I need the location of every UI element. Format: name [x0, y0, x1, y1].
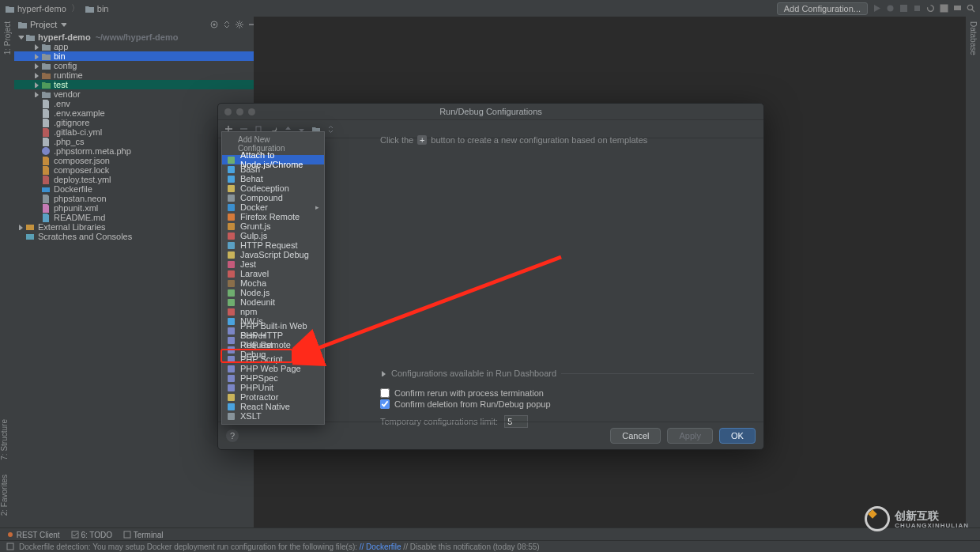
modal-backdrop: Run/Debug Configurations Click the + but…: [0, 0, 980, 552]
confirm-delete-checkbox[interactable]: [380, 399, 390, 409]
popup-item[interactable]: Nodeunit: [222, 297, 324, 307]
confirm-rerun-checkbox[interactable]: [380, 388, 390, 398]
window-zoom-icon[interactable]: [248, 108, 255, 115]
svg-rect-47: [7, 543, 13, 550]
config-type-icon: [227, 298, 236, 307]
popup-item[interactable]: PHPUnit: [222, 383, 324, 392]
watermark: 创新互联 CHUANGXINHULIAN: [865, 506, 969, 531]
popup-item[interactable]: Jest: [222, 259, 324, 269]
status-link[interactable]: // Dockerfile: [360, 543, 401, 551]
popup-item[interactable]: Mocha: [222, 278, 324, 288]
config-type-icon: [227, 184, 236, 193]
popup-item[interactable]: PHP Web Page: [222, 364, 324, 373]
plus-badge-icon: +: [417, 135, 427, 145]
config-type-icon: [227, 194, 236, 202]
terminal-tab[interactable]: Terminal: [123, 531, 163, 539]
config-type-icon: [227, 412, 236, 421]
bottom-toolbar: REST Client 6: TODO Terminal: [0, 527, 980, 541]
watermark-logo-icon: [865, 506, 890, 531]
popup-item[interactable]: npm: [222, 307, 324, 316]
window-close-icon[interactable]: [224, 108, 232, 115]
confirm-delete-label: Confirm deletion from Run/Debug popup: [394, 399, 551, 409]
popup-item-label: XSLT: [240, 411, 262, 421]
popup-item-label: npm: [240, 307, 257, 316]
popup-item-label: PHP Script: [240, 354, 283, 364]
popup-item-label: PHP Web Page: [240, 364, 301, 373]
popup-item-label: Compound: [240, 193, 283, 202]
popup-item-label: Firefox Remote: [240, 212, 300, 221]
config-type-icon: [227, 365, 236, 373]
popup-item[interactable]: JavaScript Debug: [222, 250, 324, 259]
popup-item[interactable]: Docker▸: [222, 202, 324, 212]
apply-button[interactable]: Apply: [667, 428, 713, 444]
confirm-rerun-row[interactable]: Confirm rerun with process termination: [380, 388, 754, 398]
config-type-icon: [227, 270, 236, 278]
popup-item[interactable]: Behat: [222, 174, 324, 183]
svg-rect-40: [228, 394, 235, 401]
svg-rect-39: [228, 384, 235, 391]
popup-item[interactable]: XSLT: [222, 411, 324, 421]
popup-item-label: Docker: [240, 202, 268, 212]
svg-rect-46: [124, 531, 130, 538]
popup-item[interactable]: Attach to Node.js/Chrome: [222, 155, 324, 164]
dashboard-section[interactable]: Configurations available in Run Dashboar…: [380, 369, 754, 378]
popup-item-label: Grunt.js: [240, 221, 271, 231]
popup-item-label: HTTP Request: [240, 240, 298, 250]
popup-item[interactable]: Firefox Remote: [222, 212, 324, 221]
svg-rect-25: [228, 251, 235, 259]
add-configuration-popup[interactable]: Add New Configuration Attach to Node.js/…: [221, 131, 325, 425]
popup-item[interactable]: Node.js: [222, 288, 324, 297]
svg-rect-22: [228, 223, 235, 230]
svg-rect-35: [228, 346, 235, 354]
config-type-icon: [227, 260, 236, 269]
popup-item[interactable]: React Native: [222, 402, 324, 411]
popup-item-label: Codeception: [240, 183, 289, 193]
dialog-title: Run/Debug Configurations: [218, 104, 763, 120]
popup-item[interactable]: Codeception: [222, 183, 324, 193]
svg-rect-37: [228, 365, 235, 372]
popup-item-label: Laravel: [240, 269, 269, 278]
status-icon[interactable]: [6, 543, 14, 550]
popup-item[interactable]: Gulp.js: [222, 231, 324, 240]
rest-client-tab[interactable]: REST Client: [6, 531, 60, 539]
popup-item-label: Protractor: [240, 392, 278, 402]
svg-rect-38: [228, 375, 235, 382]
popup-item[interactable]: PHPSpec: [222, 373, 324, 383]
popup-item-label: Gulp.js: [240, 231, 267, 240]
config-type-icon: [227, 355, 236, 364]
svg-rect-20: [228, 204, 235, 211]
watermark-subtext: CHUANGXINHULIAN: [895, 522, 969, 529]
svg-rect-24: [228, 242, 235, 249]
config-type-icon: [227, 336, 236, 345]
config-type-icon: [227, 279, 236, 288]
popup-item[interactable]: Grunt.js: [222, 221, 324, 231]
popup-item[interactable]: PHP Script: [222, 354, 324, 364]
dashboard-label: Configurations available in Run Dashboar…: [391, 369, 556, 378]
svg-rect-41: [228, 403, 235, 410]
config-type-icon: [227, 232, 236, 240]
window-minimize-icon[interactable]: [236, 108, 243, 115]
svg-rect-27: [228, 270, 235, 278]
cancel-button[interactable]: Cancel: [610, 428, 661, 444]
svg-rect-34: [228, 337, 235, 344]
popup-item[interactable]: HTTP Request: [222, 240, 324, 250]
svg-rect-16: [228, 166, 235, 173]
config-type-icon: [227, 213, 236, 221]
popup-item[interactable]: Laravel: [222, 269, 324, 278]
status-bar: Dockerfile detection: You may setup Dock…: [0, 540, 980, 552]
todo-tab[interactable]: 6: TODO: [71, 531, 112, 539]
config-type-icon: [227, 384, 236, 392]
ok-button[interactable]: OK: [719, 428, 756, 444]
dialog-hint: Click the + button to create a new confi…: [380, 135, 754, 145]
svg-rect-28: [228, 280, 235, 287]
help-icon[interactable]: ?: [226, 429, 239, 442]
popup-item[interactable]: PHP Remote Debug: [222, 345, 324, 354]
popup-item[interactable]: Bash: [222, 164, 324, 174]
popup-item[interactable]: Protractor: [222, 392, 324, 402]
popup-item[interactable]: Compound: [222, 193, 324, 202]
confirm-delete-row[interactable]: Confirm deletion from Run/Debug popup: [380, 399, 754, 409]
collapse-toolbar-icon[interactable]: [326, 125, 335, 134]
config-type-icon: [227, 393, 236, 402]
svg-rect-30: [228, 299, 235, 306]
config-type-icon: [227, 156, 236, 164]
